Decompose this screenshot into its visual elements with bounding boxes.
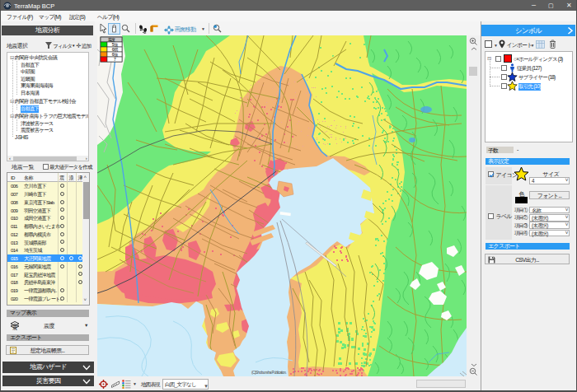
svg-text:(C)Shobunsha Publication.: (C)Shobunsha Publication. (251, 370, 286, 375)
svg-text:震: 震 (12, 324, 17, 330)
